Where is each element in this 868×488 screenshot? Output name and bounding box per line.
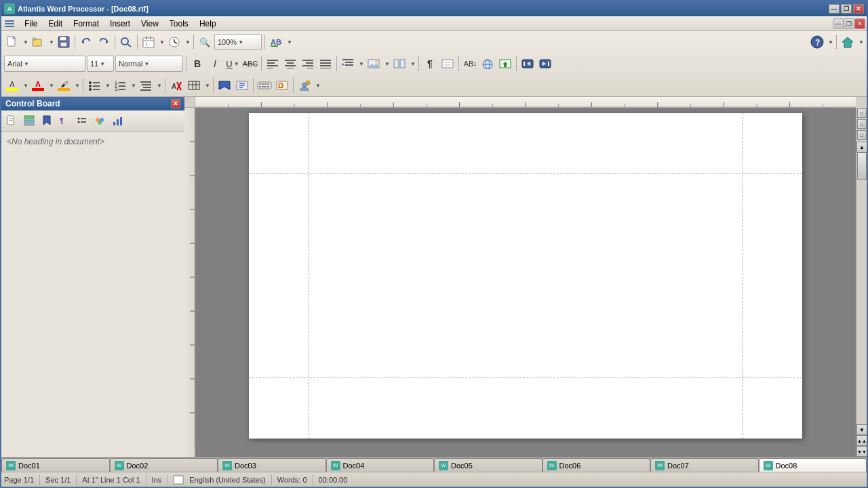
tab-doc02[interactable]: W Doc02 xyxy=(110,458,218,472)
unordered-list-dropdown[interactable]: ▼ xyxy=(104,77,111,94)
close-button[interactable]: ✕ xyxy=(853,4,864,14)
outline-list-button[interactable] xyxy=(138,77,154,94)
ordered-list-dropdown[interactable]: ▼ xyxy=(130,77,136,94)
cb-list-icon[interactable] xyxy=(74,113,90,129)
scroll-down-button[interactable]: ▼ xyxy=(856,424,867,435)
columns-dropdown[interactable]: ▼ xyxy=(409,56,416,72)
tab-doc05[interactable]: W Doc05 xyxy=(434,458,542,472)
document-page[interactable] xyxy=(249,113,802,439)
cb-color-icon[interactable] xyxy=(92,113,108,129)
datetime-dropdown[interactable]: ▼ xyxy=(184,34,191,50)
open-button[interactable] xyxy=(30,34,46,50)
align-right-button[interactable] xyxy=(300,56,316,72)
menu-insert[interactable]: Insert xyxy=(104,16,136,30)
menu-file[interactable]: File xyxy=(19,16,43,30)
save-button[interactable] xyxy=(56,34,72,50)
menu-tools[interactable]: Tools xyxy=(164,16,194,30)
columns-button[interactable] xyxy=(391,56,408,72)
menu-edit[interactable]: Edit xyxy=(43,16,68,30)
align-justify-button[interactable] xyxy=(317,56,334,72)
help-button[interactable]: ? xyxy=(809,34,825,50)
calendar-button[interactable]: 1 xyxy=(140,34,157,50)
unordered-list-button[interactable] xyxy=(86,77,102,94)
datetime-button[interactable] xyxy=(166,34,182,50)
undo-button[interactable] xyxy=(78,34,94,50)
scroll-icon-1[interactable]: □ xyxy=(857,108,867,118)
tab-doc04[interactable]: W Doc04 xyxy=(326,458,435,472)
zoom-dropdown[interactable]: 100% ▼ xyxy=(214,34,262,50)
restore-doc-button[interactable]: ❐ xyxy=(844,18,854,29)
font-color-button[interactable]: A xyxy=(30,77,46,94)
image-button[interactable] xyxy=(366,56,382,72)
pilcrow-button[interactable]: ¶ xyxy=(422,56,438,72)
web-button[interactable] xyxy=(479,56,496,72)
background-color-dropdown[interactable]: ▼ xyxy=(73,77,80,94)
new-button[interactable] xyxy=(4,34,20,50)
scroll-icon-2[interactable]: □ xyxy=(857,119,867,129)
spellcheck-button[interactable]: ABC xyxy=(268,34,284,50)
bookmark-right-button[interactable] xyxy=(234,77,250,94)
tab-doc06[interactable]: W Doc06 xyxy=(542,458,651,472)
strikethrough-button[interactable]: ABC xyxy=(242,56,258,72)
font-selector[interactable]: Arial ▼ xyxy=(4,56,85,72)
italic-button[interactable]: I xyxy=(207,56,223,72)
zoom-out-button[interactable]: 🔍 xyxy=(197,34,213,50)
document-scroll-area[interactable] xyxy=(195,108,856,457)
table-button[interactable] xyxy=(186,77,202,94)
tab-doc03[interactable]: W Doc03 xyxy=(218,458,326,472)
forward-button[interactable] xyxy=(537,56,553,72)
tab-doc07[interactable]: W Doc07 xyxy=(650,458,759,472)
superscript-button[interactable]: AB1 xyxy=(462,56,478,72)
cb-doc-icon[interactable] xyxy=(3,113,20,129)
bold-button[interactable]: B xyxy=(189,56,205,72)
new-dropdown[interactable]: ▼ xyxy=(22,34,28,50)
outline-list-dropdown[interactable]: ▼ xyxy=(155,77,162,94)
underline-button[interactable]: U ▼ xyxy=(224,56,241,72)
minimize-button[interactable]: — xyxy=(829,4,840,14)
scroll-top-button[interactable]: ▲▲ xyxy=(856,435,867,446)
scroll-bottom-button[interactable]: ▼▼ xyxy=(856,446,867,457)
scroll-icon-3[interactable]: □ xyxy=(857,130,867,140)
indent-button[interactable] xyxy=(340,56,356,72)
minimize-doc-button[interactable]: — xyxy=(833,18,844,29)
font-size-selector[interactable]: 11 ▼ xyxy=(87,56,114,72)
home-button[interactable] xyxy=(840,34,856,50)
close-doc-button[interactable]: ✕ xyxy=(854,18,865,29)
ordered-list-button[interactable]: 1.2.3. xyxy=(112,77,128,94)
help-dropdown[interactable]: ▼ xyxy=(827,34,833,50)
align-left-button[interactable] xyxy=(264,56,281,72)
cb-sections-icon[interactable] xyxy=(21,113,37,129)
scroll-up-button[interactable]: ▲ xyxy=(856,142,867,152)
restore-button[interactable]: ❐ xyxy=(841,4,852,14)
spellcheck-dropdown[interactable]: ▼ xyxy=(285,34,292,50)
control-board-close-button[interactable]: ✕ xyxy=(171,99,180,108)
highlight-dropdown[interactable]: ▼ xyxy=(22,77,28,94)
app-menu-icon[interactable] xyxy=(3,17,16,30)
highlight-button[interactable]: A xyxy=(4,77,20,94)
tab-doc08[interactable]: W Doc08 xyxy=(759,458,867,472)
menu-view[interactable]: View xyxy=(136,16,164,30)
table-dropdown[interactable]: ▼ xyxy=(203,77,210,94)
style-selector[interactable]: Normal ▼ xyxy=(115,56,183,72)
special-format-button[interactable] xyxy=(439,56,456,72)
image-dropdown[interactable]: ▼ xyxy=(383,56,390,72)
cb-words-icon[interactable]: ¶ xyxy=(56,113,73,129)
find-button[interactable] xyxy=(118,34,134,50)
calendar-dropdown[interactable]: ▼ xyxy=(158,34,165,50)
indent-dropdown[interactable]: ▼ xyxy=(357,56,364,72)
home-dropdown[interactable]: ▼ xyxy=(857,34,864,50)
back-button[interactable] xyxy=(519,56,536,72)
menu-format[interactable]: Format xyxy=(68,16,104,30)
tab-doc01[interactable]: W Doc01 xyxy=(1,458,110,472)
cb-bookmarks-icon[interactable] xyxy=(39,113,55,129)
align-center-button[interactable] xyxy=(282,56,298,72)
scroll-thumb[interactable] xyxy=(857,152,867,180)
open-dropdown[interactable]: ▼ xyxy=(47,34,54,50)
user-config-dropdown[interactable]: ▼ xyxy=(314,77,321,94)
special-char-button[interactable]: Ω xyxy=(274,77,290,94)
cb-stats-icon[interactable] xyxy=(109,113,125,129)
font-color-dropdown[interactable]: ▼ xyxy=(47,77,54,94)
menu-help[interactable]: Help xyxy=(194,16,222,30)
user-config-button[interactable] xyxy=(296,77,313,94)
background-color-button[interactable]: 🖌 xyxy=(56,77,72,94)
